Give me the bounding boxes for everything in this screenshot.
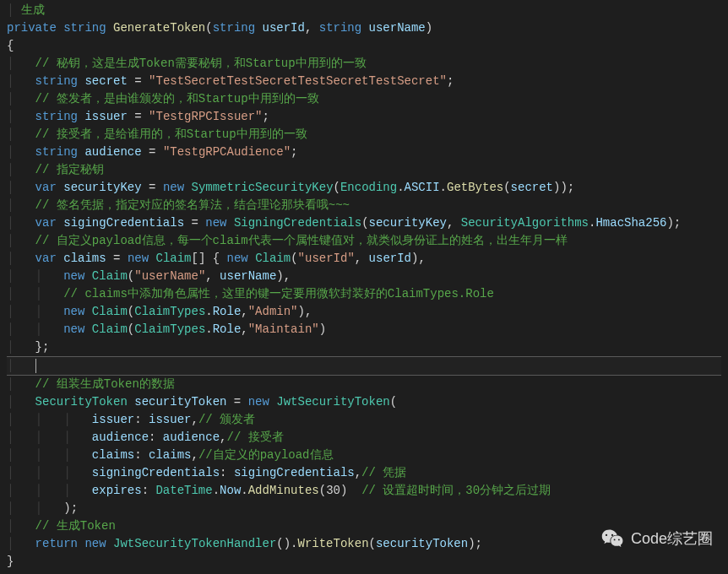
code-line: │ │ │ expires: DateTime.Now.AddMinutes(3… [7, 482, 721, 500]
code-line: │ │ ); [7, 500, 721, 517]
code-line: │ // 自定义payload信息，每一个claim代表一个属性键值对，就类似身… [7, 232, 721, 250]
code-line: │ var claims = new Claim[] { new Claim("… [7, 250, 721, 268]
code-line: │ │ new Claim(ClaimTypes.Role,"Admin"), [7, 303, 721, 321]
code-line: │ var securityKey = new SymmetricSecurit… [7, 179, 721, 197]
code-line: │ string audience = "TestgRPCAudience"; [7, 144, 721, 161]
text-cursor [35, 359, 36, 373]
code-line: │ SecurityToken securityToken = new JwtS… [7, 393, 721, 411]
code-line: │ // 秘钥，这是生成Token需要秘钥，和Startup中用到的一致 [7, 55, 721, 73]
code-line: │ │ // claims中添加角色属性，这里的键一定要用微软封装好的Claim… [7, 285, 721, 303]
code-line: │ // 签名凭据，指定对应的签名算法，结合理论那块看哦~~~ [7, 197, 721, 214]
watermark-text: Code综艺圈 [631, 528, 713, 550]
code-line: private string GenerateToken(string user… [7, 19, 721, 37]
code-line: { [7, 37, 721, 55]
code-line: │ │ │ issuer: issuer,// 颁发者 [7, 411, 721, 429]
watermark: Code综艺圈 [600, 527, 713, 550]
wechat-icon [600, 527, 624, 550]
code-line: │ // 组装生成Token的数据 [7, 376, 721, 393]
code-line: │ }; [7, 338, 721, 356]
code-line: │ // 签发者，是由谁颁发的，和Startup中用到的一致 [7, 90, 721, 108]
code-line: │ 生成 [7, 2, 721, 19]
code-line: │ var sigingCredentials = new SigningCre… [7, 214, 721, 232]
code-line: │ string issuer = "TestgRPCIssuer"; [7, 108, 721, 126]
code-line: │ │ new Claim(ClaimTypes.Role,"Maintain"… [7, 321, 721, 338]
code-line-cursor: │ [7, 356, 721, 376]
code-line: │ │ new Claim("userName", userName), [7, 268, 721, 285]
code-line: │ │ │ signingCredentials: sigingCredenti… [7, 464, 721, 482]
code-line: } [7, 553, 721, 571]
code-editor[interactable]: │ 生成private string GenerateToken(string … [0, 0, 728, 572]
code-line: │ │ │ claims: claims,//自定义的payload信息 [7, 447, 721, 464]
code-line: │ │ │ audience: audience,// 接受者 [7, 429, 721, 447]
code-line: │ // 指定秘钥 [7, 161, 721, 179]
code-line: │ // 接受者，是给谁用的，和Startup中用到的一致 [7, 126, 721, 144]
code-line: │ string secret = "TestSecretTestSecretT… [7, 73, 721, 90]
